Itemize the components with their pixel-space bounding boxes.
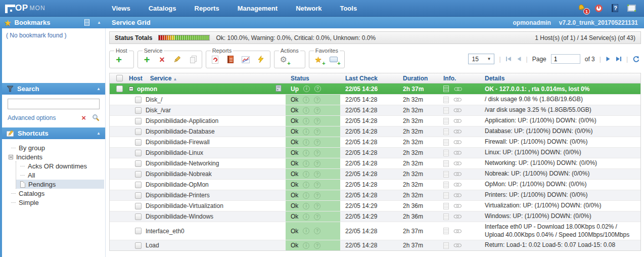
info-circle-icon[interactable]: i	[303, 139, 309, 146]
service-name[interactable]: Disponibilidade-Networking	[146, 160, 219, 167]
fullscreen-icon[interactable]	[627, 5, 636, 12]
add-service-button[interactable]: +	[143, 55, 152, 65]
bookmark-list-icon[interactable]	[84, 19, 89, 26]
add-host-button[interactable]: +	[114, 55, 123, 65]
opmon-logo[interactable]: OP MON	[0, 3, 106, 13]
shortcuts-collapse-icon[interactable]: ▲	[97, 131, 101, 136]
service-checkbox[interactable]	[135, 107, 142, 114]
service-row[interactable]: Load Ok i ? 22/05 14:28 2h 37m Return: L…	[110, 240, 640, 250]
link-icon[interactable]	[453, 97, 462, 102]
host-name[interactable]: opmon	[137, 85, 157, 93]
help-icon[interactable]: ?	[612, 4, 618, 12]
pdf-report-button[interactable]	[211, 55, 220, 65]
service-name[interactable]: Disk_/var	[146, 107, 171, 114]
notes-icon[interactable]	[443, 171, 449, 178]
link-icon[interactable]	[453, 243, 462, 248]
notes-icon[interactable]	[443, 160, 449, 167]
shortcut-all[interactable]: All	[16, 170, 104, 180]
column-service[interactable]: Service▲	[150, 75, 177, 82]
ack-circle-icon[interactable]: ?	[314, 242, 320, 249]
menu-reports[interactable]: Reports	[195, 5, 219, 12]
refresh-button[interactable]	[632, 56, 640, 63]
notes-icon[interactable]	[443, 85, 449, 92]
ack-circle-icon[interactable]: ?	[314, 107, 320, 114]
info-circle-icon[interactable]: i	[303, 242, 309, 249]
add-favorite-star-button[interactable]: ★+	[314, 55, 323, 65]
service-row[interactable]: Disponibilidade-Networking Ok i ? 22/05 …	[110, 158, 640, 168]
host-row[interactable]: opmon Up i ? 22/05 14:26 2h 37m OK - 127…	[110, 83, 640, 94]
service-checkbox[interactable]	[135, 139, 142, 146]
service-name[interactable]: Load	[146, 242, 159, 249]
service-checkbox[interactable]	[135, 242, 142, 249]
shortcuts-panel-header[interactable]: Shortcuts ▲	[2, 127, 105, 139]
menu-catalogs[interactable]: Catalogs	[149, 5, 176, 12]
service-row[interactable]: Disk_/ Ok i ? 22/05 14:28 2h 32m / disk …	[110, 94, 640, 105]
link-icon[interactable]	[453, 182, 462, 187]
service-name[interactable]: Disponibilidade-Application	[146, 117, 218, 124]
link-icon[interactable]	[453, 140, 462, 145]
service-name[interactable]: Disponibilidade-Database	[146, 128, 215, 135]
notes-icon[interactable]	[443, 203, 449, 209]
column-info[interactable]: Info.	[438, 75, 482, 82]
info-circle-icon[interactable]: i	[303, 150, 309, 156]
ack-circle-icon[interactable]: ?	[314, 203, 320, 209]
notes-icon[interactable]	[443, 128, 449, 135]
menu-tools[interactable]: Tools	[340, 5, 357, 12]
info-circle-icon[interactable]: i	[303, 118, 309, 124]
service-name[interactable]: Disponibilidade-OpMon	[146, 181, 209, 188]
select-all-checkbox[interactable]	[116, 75, 123, 81]
service-checkbox[interactable]	[135, 150, 142, 156]
service-checkbox[interactable]	[135, 171, 142, 178]
service-checkbox[interactable]	[135, 182, 142, 188]
service-row[interactable]: Disponibilidade-Windows Ok i ? 22/05 14:…	[110, 211, 640, 222]
notes-icon[interactable]	[443, 150, 449, 156]
page-size-select[interactable]: 15▼	[468, 54, 494, 64]
link-icon[interactable]	[453, 118, 462, 123]
service-row[interactable]: Interface_eth0 Ok i ? 22/05 14:28 2h 37m…	[110, 222, 640, 240]
ack-circle-icon[interactable]: ?	[314, 160, 320, 167]
notes-icon[interactable]	[443, 213, 449, 220]
ack-circle-icon[interactable]: ?	[314, 150, 320, 156]
column-duration[interactable]: Duration	[398, 75, 438, 82]
service-checkbox[interactable]	[135, 192, 142, 199]
menu-views[interactable]: Views	[112, 5, 130, 12]
shortcut-catalogs[interactable]: Catalogs	[3, 189, 104, 198]
service-row[interactable]: Disponibilidade-Linux Ok i ? 22/05 14:28…	[110, 147, 640, 158]
service-checkbox[interactable]	[135, 118, 142, 124]
collapse-minus-icon[interactable]	[9, 155, 13, 159]
ack-circle-icon[interactable]: ?	[314, 213, 320, 220]
host-checkbox[interactable]	[116, 85, 123, 92]
advanced-options-link[interactable]: Advanced options	[8, 114, 56, 121]
add-action-gear-button[interactable]: ⚙+	[279, 55, 288, 65]
ack-circle-icon[interactable]: ?	[314, 97, 320, 103]
ack-circle-icon[interactable]: ?	[314, 139, 320, 146]
info-circle-icon[interactable]: i	[303, 182, 309, 188]
notes-icon[interactable]	[443, 139, 449, 146]
column-status[interactable]: Status	[286, 75, 340, 82]
bookmarks-collapse-icon[interactable]: ▲	[97, 20, 101, 25]
stop-monitoring-icon[interactable]	[595, 5, 603, 12]
link-icon[interactable]	[453, 161, 462, 166]
service-row[interactable]: Disponibilidade-Virtualization Ok i ? 22…	[110, 200, 640, 211]
service-row[interactable]: Disk_/var Ok i ? 22/05 14:28 2h 32m /var…	[110, 105, 640, 115]
info-circle-icon[interactable]: i	[303, 171, 309, 178]
previous-page-button[interactable]	[517, 56, 522, 62]
bookmarks-panel-header[interactable]: ★ Bookmarks ▲	[0, 17, 106, 28]
service-name[interactable]: Disk_/	[146, 96, 162, 103]
service-name[interactable]: Disponibilidade-Windows	[146, 213, 213, 220]
service-row[interactable]: Disponibilidade-Printers Ok i ? 22/05 14…	[110, 190, 640, 200]
info-circle-icon[interactable]: i	[303, 192, 309, 199]
service-row[interactable]: Disponibilidade-Application Ok i ? 22/05…	[110, 115, 640, 126]
service-row[interactable]: Disponibilidade-Nobreak Ok i ? 22/05 14:…	[110, 168, 640, 179]
edit-service-button[interactable]	[173, 55, 182, 65]
ack-circle-icon[interactable]: ?	[314, 128, 320, 135]
ack-circle-icon[interactable]: ?	[314, 182, 320, 188]
link-icon[interactable]	[453, 129, 462, 134]
link-icon[interactable]	[453, 214, 462, 219]
service-name[interactable]: Disponibilidade-Nobreak	[146, 170, 212, 178]
search-panel-header[interactable]: Search ▲	[2, 83, 105, 95]
link-icon[interactable]	[453, 108, 462, 113]
shortcut-pendings[interactable]: Pendings	[16, 180, 104, 189]
link-icon[interactable]	[454, 87, 462, 92]
service-row[interactable]: Disponibilidade-OpMon Ok i ? 22/05 14:28…	[110, 179, 640, 190]
